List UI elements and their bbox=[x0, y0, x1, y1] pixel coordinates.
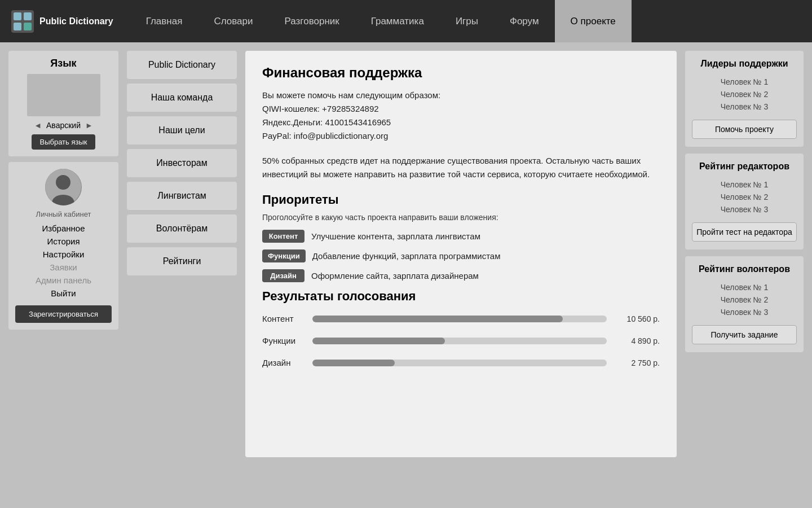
support-person-2: Человек № 2 bbox=[692, 88, 797, 100]
result-row-design: Дизайн 2 750 р. bbox=[262, 358, 660, 367]
priorities-title: Приоритеты bbox=[262, 192, 660, 207]
financial-desc: 50% собранных средств идет на поддержани… bbox=[262, 154, 660, 181]
nav-o-proekte[interactable]: О проекте bbox=[555, 0, 632, 42]
result-bar-fill-content bbox=[312, 316, 563, 322]
avatar bbox=[45, 169, 82, 205]
result-value-design: 2 750 р. bbox=[615, 358, 660, 367]
user-link-favorites[interactable]: Избранное bbox=[15, 222, 112, 235]
get-task-button[interactable]: Получить задание bbox=[692, 325, 797, 344]
right-sidebar: Лидеры поддержки Человек № 1 Человек № 2… bbox=[685, 51, 804, 352]
register-button[interactable]: Зарегистрироваться bbox=[15, 305, 112, 323]
badge-functions[interactable]: Функции bbox=[262, 249, 306, 262]
volunteer-rating-title: Рейтинг волонтеров bbox=[692, 264, 797, 274]
main-panel: Финансовая поддержка Вы можете помочь на… bbox=[245, 51, 677, 457]
nav-igry[interactable]: Игры bbox=[440, 0, 494, 42]
nav-forum[interactable]: Форум bbox=[494, 0, 555, 42]
result-bar-fill-design bbox=[312, 360, 395, 366]
result-label-content: Контент bbox=[262, 314, 304, 323]
center-nav-item-1[interactable]: Наша команда bbox=[127, 84, 237, 112]
header: Public Dictionary Главная Словари Разгов… bbox=[0, 0, 812, 42]
result-label-design: Дизайн bbox=[262, 358, 304, 367]
support-leaders-title: Лидеры поддержки bbox=[692, 59, 797, 69]
priority-desc-design: Оформление сайта, зарплата дизайнерам bbox=[311, 271, 479, 281]
priority-desc-functions: Добавление функций, зарплата программист… bbox=[312, 251, 501, 261]
language-image bbox=[27, 74, 100, 116]
support-leaders-box: Лидеры поддержки Человек № 1 Человек № 2… bbox=[685, 51, 804, 147]
logo[interactable]: Public Dictionary bbox=[11, 10, 113, 33]
language-name: Аварский bbox=[46, 121, 81, 130]
editor-rating-title: Рейтинг редакторов bbox=[692, 161, 797, 172]
center-nav-item-4[interactable]: Лингвистам bbox=[127, 182, 237, 210]
financial-title: Финансовая поддержка bbox=[262, 65, 660, 81]
svg-rect-3 bbox=[14, 23, 21, 30]
select-language-button[interactable]: Выбрать язык bbox=[32, 134, 95, 150]
editor-person-2: Человек № 2 bbox=[692, 191, 797, 203]
editor-person-1: Человек № 1 bbox=[692, 178, 797, 191]
priority-desc-content: Улучшение контента, зарплата лингвистам bbox=[311, 231, 480, 241]
language-title: Язык bbox=[15, 58, 112, 69]
result-value-content: 10 560 р. bbox=[615, 314, 660, 323]
editor-person-3: Человек № 3 bbox=[692, 203, 797, 216]
left-sidebar: Язык ◄ Аварский ► Выбрать язык Личный ка… bbox=[8, 51, 118, 330]
volunteer-person-1: Человек № 1 bbox=[692, 281, 797, 294]
result-row-content: Контент 10 560 р. bbox=[262, 314, 660, 323]
center-nav: Public Dictionary Наша команда Наши цели… bbox=[127, 51, 237, 275]
nav-slovari[interactable]: Словари bbox=[198, 0, 268, 42]
result-bar-fill-functions bbox=[312, 338, 445, 344]
avatar-image bbox=[45, 169, 82, 205]
priority-item-functions: Функции Добавление функций, зарплата про… bbox=[262, 249, 660, 262]
center-nav-item-5[interactable]: Волонтёрам bbox=[127, 214, 237, 243]
financial-yandex: Яндекс.Деньги: 41001543416965 bbox=[262, 117, 391, 127]
result-value-functions: 4 890 р. bbox=[615, 336, 660, 345]
badge-design[interactable]: Дизайн bbox=[262, 269, 304, 282]
nav-glavnaya[interactable]: Главная bbox=[130, 0, 198, 42]
center-nav-item-6[interactable]: Рейтинги bbox=[127, 247, 237, 275]
volunteer-person-2: Человек № 2 bbox=[692, 294, 797, 306]
editor-test-button[interactable]: Пройти тест на редактора bbox=[692, 222, 797, 242]
result-row-functions: Функции 4 890 р. bbox=[262, 336, 660, 345]
financial-qiwi: QIWI-кошелек: +79285324892 bbox=[262, 104, 379, 113]
center-nav-item-3[interactable]: Инвесторам bbox=[127, 149, 237, 177]
lang-prev-arrow[interactable]: ◄ bbox=[34, 121, 42, 130]
support-person-1: Человек № 1 bbox=[692, 76, 797, 88]
svg-rect-1 bbox=[14, 12, 21, 20]
nav-grammatika[interactable]: Грамматика bbox=[355, 0, 440, 42]
lang-next-arrow[interactable]: ► bbox=[85, 121, 93, 130]
financial-contact-text: Вы можете помочь нам следующим образом: … bbox=[262, 89, 660, 143]
priority-item-content: Контент Улучшение контента, зарплата лин… bbox=[262, 230, 660, 243]
nav-razgovornik[interactable]: Разговорник bbox=[269, 0, 355, 42]
support-person-3: Человек № 3 bbox=[692, 100, 797, 113]
financial-paypal: PayPal: info@publicdictionary.org bbox=[262, 131, 388, 141]
help-project-button[interactable]: Помочь проекту bbox=[692, 120, 797, 139]
volunteer-rating-box: Рейтинг волонтеров Человек № 1 Человек №… bbox=[685, 256, 804, 352]
result-bar-track-functions bbox=[312, 338, 607, 344]
result-label-functions: Функции bbox=[262, 336, 304, 345]
priority-item-design: Дизайн Оформление сайта, зарплата дизайн… bbox=[262, 269, 660, 282]
center-nav-item-2[interactable]: Наши цели bbox=[127, 116, 237, 144]
editor-rating-box: Рейтинг редакторов Человек № 1 Человек №… bbox=[685, 154, 804, 249]
result-bar-track-content bbox=[312, 316, 607, 322]
logo-text: Public Dictionary bbox=[39, 16, 113, 27]
user-link-admin: Админ панель bbox=[15, 274, 112, 287]
svg-point-6 bbox=[56, 175, 70, 190]
result-bar-track-design bbox=[312, 360, 607, 366]
svg-rect-4 bbox=[24, 23, 32, 30]
user-link-logout[interactable]: Выйти bbox=[15, 287, 112, 300]
results-title: Результаты голосования bbox=[262, 289, 660, 304]
main-content: Язык ◄ Аварский ► Выбрать язык Личный ка… bbox=[0, 42, 812, 466]
main-nav: Главная Словари Разговорник Грамматика И… bbox=[130, 0, 632, 42]
language-box: Язык ◄ Аварский ► Выбрать язык bbox=[8, 51, 118, 156]
user-cabinet-label: Личный кабинет bbox=[15, 210, 112, 218]
volunteer-person-3: Человек № 3 bbox=[692, 306, 797, 318]
svg-rect-2 bbox=[24, 12, 32, 20]
user-link-history[interactable]: История bbox=[15, 235, 112, 248]
user-link-settings[interactable]: Настройки bbox=[15, 248, 112, 261]
user-box: Личный кабинет Избранное История Настрой… bbox=[8, 162, 118, 330]
center-nav-item-0[interactable]: Public Dictionary bbox=[127, 51, 237, 79]
language-selector: ◄ Аварский ► bbox=[15, 121, 112, 130]
badge-content[interactable]: Контент bbox=[262, 230, 304, 243]
logo-icon bbox=[11, 10, 34, 33]
user-link-orders: Заявки bbox=[15, 261, 112, 274]
financial-line-1: Вы можете помочь нам следующим образом: bbox=[262, 90, 440, 100]
priority-intro: Проголосуйте в какую часть проекта напра… bbox=[262, 213, 660, 222]
